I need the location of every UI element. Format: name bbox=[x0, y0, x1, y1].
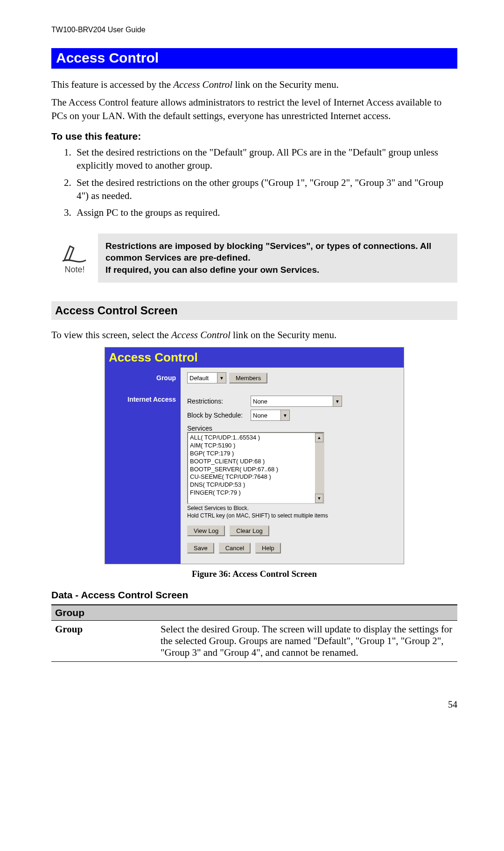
view-log-button[interactable]: View Log bbox=[187, 525, 225, 536]
screen-intro: To view this screen, select the Access C… bbox=[51, 328, 457, 341]
note-icon: Note! bbox=[51, 234, 98, 283]
table-val-group: Select the desired Group. The screen wil… bbox=[157, 621, 457, 662]
page-number: 54 bbox=[51, 699, 457, 710]
screenshot-access-control: Access Control Group Internet Access Def… bbox=[105, 347, 404, 564]
service-item[interactable]: BOOTP_SERVER( UDP:67..68 ) bbox=[190, 466, 313, 474]
steps-list: Set the desired restrictions on the "Def… bbox=[51, 146, 457, 220]
table-row: Group Select the desired Group. The scre… bbox=[51, 621, 457, 662]
service-item[interactable]: CU-SEEME( TCP/UDP:7648 ) bbox=[190, 473, 313, 481]
note-label: Note! bbox=[64, 265, 84, 275]
data-heading: Data - Access Control Screen bbox=[51, 589, 457, 601]
screen-intro-pre: To view this screen, select the bbox=[51, 329, 171, 340]
services-label: Services bbox=[187, 425, 397, 432]
service-item[interactable]: DNS( TCP/UDP:53 ) bbox=[190, 481, 313, 489]
service-item[interactable]: FINGER( TCP:79 ) bbox=[190, 489, 313, 497]
service-item[interactable]: AIM( TCP:5190 ) bbox=[190, 442, 313, 450]
step-1: Set the desired restrictions on the "Def… bbox=[74, 146, 457, 172]
data-table: Group Group Select the desired Group. Th… bbox=[51, 604, 457, 662]
note-text: Restrictions are imposed by blocking "Se… bbox=[98, 234, 457, 283]
group-select-value: Default bbox=[189, 375, 217, 382]
note-line1: Restrictions are imposed by blocking "Se… bbox=[105, 240, 450, 264]
restrictions-value: None bbox=[253, 398, 333, 405]
figure-caption: Figure 36: Access Control Screen bbox=[51, 569, 457, 579]
services-listbox[interactable]: ALL( TCP/UDP:1..65534 ) AIM( TCP:5190 ) … bbox=[187, 432, 324, 504]
nav-internet: Internet Access bbox=[109, 396, 176, 403]
screen-heading: Access Control Screen bbox=[51, 301, 457, 320]
intro-p1-post: link on the Security menu. bbox=[232, 79, 338, 90]
services-hint2: Hold CTRL key (on MAC, SHIFT) to select … bbox=[187, 512, 397, 519]
scroll-down-icon[interactable]: ▼ bbox=[315, 494, 323, 503]
screen-intro-post: link on the Security menu. bbox=[231, 329, 336, 340]
howto-heading: To use this feature: bbox=[51, 131, 457, 142]
screen-intro-em: Access Control bbox=[171, 329, 231, 340]
restrictions-label: Restrictions: bbox=[187, 397, 248, 405]
cancel-button[interactable]: Cancel bbox=[219, 543, 251, 553]
help-button[interactable]: Help bbox=[255, 543, 281, 553]
block-schedule-value: None bbox=[253, 412, 280, 419]
group-select[interactable]: Default ▼ bbox=[187, 372, 226, 383]
block-schedule-label: Block by Schedule: bbox=[187, 411, 248, 419]
intro-p1-pre: This feature is accessed by the bbox=[51, 79, 173, 90]
block-schedule-select[interactable]: None ▼ bbox=[251, 410, 290, 421]
section-title: Access Control bbox=[51, 48, 457, 69]
members-button[interactable]: Members bbox=[229, 373, 267, 383]
shot-title: Access Control bbox=[105, 347, 404, 368]
intro-p2: The Access Control feature allows admini… bbox=[51, 96, 457, 122]
table-section-group: Group bbox=[51, 605, 457, 621]
services-hint1: Select Services to Block. bbox=[187, 505, 397, 511]
doc-header: TW100-BRV204 User Guide bbox=[51, 26, 457, 34]
service-item[interactable]: BOOTP_CLIENT( UDP:68 ) bbox=[190, 458, 313, 466]
chevron-down-icon: ▼ bbox=[280, 410, 289, 420]
service-item[interactable]: BGP( TCP:179 ) bbox=[190, 450, 313, 458]
shot-sidebar: Group Internet Access bbox=[105, 368, 181, 564]
clear-log-button[interactable]: Clear Log bbox=[230, 525, 269, 536]
save-button[interactable]: Save bbox=[187, 543, 214, 553]
shot-main: Default ▼ Members Restrictions: None ▼ bbox=[181, 368, 404, 564]
intro-p1-em: Access Control bbox=[173, 79, 232, 90]
step-3: Assign PC to the groups as required. bbox=[74, 206, 457, 219]
chevron-down-icon: ▼ bbox=[217, 373, 226, 383]
restrictions-select[interactable]: None ▼ bbox=[251, 396, 342, 407]
table-key-group: Group bbox=[51, 621, 157, 662]
nav-group: Group bbox=[109, 374, 176, 382]
note-block: Note! Restrictions are imposed by blocki… bbox=[51, 234, 457, 283]
note-line2: If required, you can also define your ow… bbox=[105, 264, 450, 276]
scrollbar[interactable]: ▲ ▼ bbox=[315, 433, 323, 503]
step-2: Set the desired restrictions on the othe… bbox=[74, 176, 457, 203]
intro-p1: This feature is accessed by the Access C… bbox=[51, 78, 457, 91]
scroll-up-icon[interactable]: ▲ bbox=[315, 433, 323, 442]
service-item[interactable]: ALL( TCP/UDP:1..65534 ) bbox=[190, 434, 313, 442]
chevron-down-icon: ▼ bbox=[333, 396, 342, 406]
